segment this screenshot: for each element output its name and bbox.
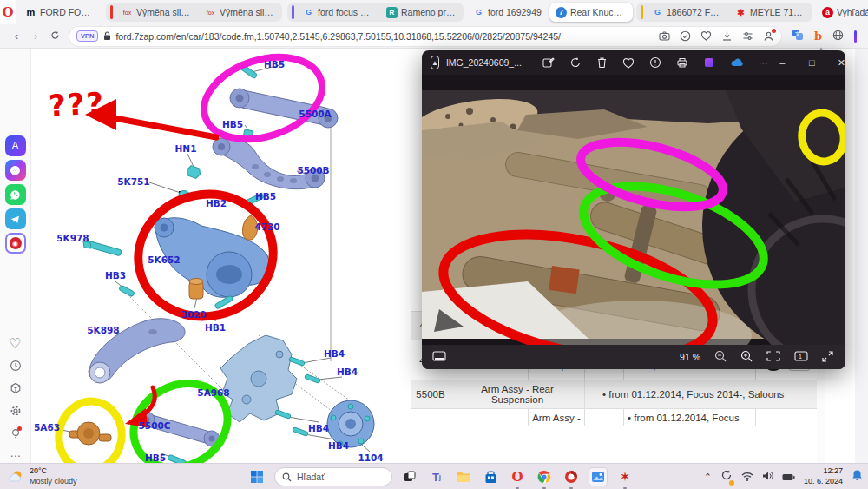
volume-icon[interactable]: [762, 469, 773, 485]
opera-menu-button[interactable]: O: [0, 0, 16, 24]
edit-image-icon[interactable]: [542, 56, 555, 69]
part-label-5k751[interactable]: 5K751: [117, 176, 149, 187]
table-row[interactable]: Arm Assy - • from 01.12.2014, Focus: [411, 409, 817, 426]
opera-taskbar-icon[interactable]: O: [508, 467, 527, 486]
browser-tab[interactable]: aVyhľadávanie: [816, 3, 868, 22]
part-label-4730[interactable]: 4730: [254, 221, 279, 232]
photo-editor-star-icon[interactable]: ✶: [615, 467, 635, 486]
history-icon[interactable]: [10, 359, 22, 373]
fit-to-window-icon[interactable]: [766, 351, 780, 363]
reader-check-icon[interactable]: [680, 30, 691, 42]
part-label-hb5[interactable]: HB5: [145, 453, 166, 463]
red-browser-icon[interactable]: [562, 467, 581, 486]
tab-group-indicator[interactable]: [292, 5, 294, 19]
part-label-5500a[interactable]: 5500A: [299, 109, 331, 119]
vpn-badge[interactable]: VPN: [76, 30, 98, 42]
aria-ai-icon[interactable]: A: [5, 135, 26, 156]
part-label-hb2[interactable]: HB2: [206, 198, 227, 208]
taskbar-clock[interactable]: 12:27 10. 6. 2024: [804, 466, 843, 486]
microsoft-store-icon[interactable]: [481, 467, 500, 486]
part-label-5500b[interactable]: 5500B: [297, 165, 329, 175]
part-label-5k652[interactable]: 5K652: [148, 254, 180, 265]
whatsapp-icon[interactable]: [5, 184, 26, 205]
zoom-out-icon[interactable]: [714, 350, 727, 364]
chrome-taskbar-icon[interactable]: [535, 467, 554, 486]
pinboard-bulb-icon[interactable]: [10, 426, 22, 440]
part-label-5k898[interactable]: 5K898: [87, 325, 119, 335]
back-button[interactable]: ‹: [7, 30, 26, 43]
filmstrip-toggle-icon[interactable]: [432, 351, 446, 363]
browser-tab[interactable]: foxVýměna silent: [115, 3, 199, 22]
battery-icon[interactable]: [782, 469, 795, 485]
settings-sliders-icon[interactable]: [742, 30, 753, 42]
tab-group-indicator[interactable]: [641, 5, 643, 19]
part-label-hb4[interactable]: HB4: [337, 367, 358, 377]
globe-extension-icon[interactable]: [832, 29, 844, 44]
forward-button[interactable]: ›: [26, 30, 45, 43]
info-icon[interactable]: [649, 56, 661, 69]
part-label-5k978[interactable]: 5K978: [56, 233, 89, 243]
browser-tab[interactable]: G1866072 FORD: [646, 3, 729, 22]
part-label-5500c[interactable]: 5500C: [139, 420, 171, 431]
teams-icon[interactable]: Tj: [427, 467, 446, 486]
browser-tab[interactable]: Gford 1692949: [467, 3, 548, 22]
tab-group-purple[interactable]: Gford focus 201RRameno pre F: [287, 3, 464, 22]
snapshot-camera-icon[interactable]: [659, 30, 670, 42]
part-label-hb5[interactable]: HB5: [222, 119, 243, 129]
start-button[interactable]: [247, 467, 266, 486]
part-label-5a968[interactable]: 5A968: [197, 387, 229, 398]
browser-tab[interactable]: Gford focus 201: [297, 3, 380, 22]
part-label-hb3[interactable]: HB3: [105, 270, 126, 281]
weather-widget[interactable]: 20°C Mostly cloudy: [0, 466, 174, 486]
onedrive-cloud-icon[interactable]: [730, 57, 744, 68]
part-label-hb4[interactable]: HB4: [308, 423, 329, 433]
bookmarks-heart-icon[interactable]: ♡: [9, 336, 21, 350]
favorite-heart-icon[interactable]: [622, 57, 635, 69]
zoom-in-icon[interactable]: [740, 350, 753, 364]
table-row[interactable]: 5500B Arm Assy - Rear Suspension • from …: [411, 380, 817, 409]
print-icon[interactable]: [676, 56, 688, 69]
bookmark-heart-icon[interactable]: [700, 30, 712, 42]
browser-tab[interactable]: ✱MEYLE 716 05: [729, 3, 812, 22]
part-label-3020[interactable]: 3020: [181, 309, 206, 320]
translate-extension-icon[interactable]: 文: [792, 29, 804, 44]
sidebar-more-icon[interactable]: ⋯: [10, 449, 21, 463]
update-sync-icon[interactable]: [720, 469, 733, 485]
tab-group-indicator[interactable]: [110, 5, 113, 19]
extensions-cube-icon[interactable]: [10, 381, 22, 395]
tab-group-red[interactable]: foxVýměna silentfoxVýměna silent: [106, 3, 282, 22]
tab-group-yellow[interactable]: G1866072 FORD✱MEYLE 716 05: [636, 3, 812, 22]
part-label-hb5[interactable]: HB5: [255, 191, 276, 202]
actual-size-icon[interactable]: 1: [794, 351, 808, 363]
wifi-icon[interactable]: [741, 469, 753, 485]
download-icon[interactable]: [721, 30, 733, 42]
reload-button[interactable]: [45, 30, 64, 43]
part-label-5a63[interactable]: 5A63: [34, 422, 60, 433]
address-bar[interactable]: VPN ford.7zap.com/en/car/183/code.fm,1.5…: [69, 27, 781, 46]
photos-minimize-button[interactable]: –: [767, 57, 797, 69]
task-view-button[interactable]: [400, 467, 419, 486]
browser-tab[interactable]: 7Rear Knuckle And Susp: [549, 3, 633, 22]
delete-icon[interactable]: [596, 56, 608, 69]
browser-tab[interactable]: mFORD FOCUS: [19, 3, 102, 22]
profile-icon[interactable]: [763, 30, 774, 42]
sidebar-red-app-icon[interactable]: ◉: [5, 233, 26, 254]
part-label-hb5[interactable]: HB5: [264, 59, 285, 69]
photos-title-bar[interactable]: ▲ IMG_20240609_... ⋯ – □ ✕: [422, 50, 845, 75]
gallery-icon[interactable]: [703, 56, 715, 69]
rotate-icon[interactable]: [569, 56, 582, 69]
part-label-1104[interactable]: 1104: [358, 453, 383, 463]
browser-tab[interactable]: RRameno pre F: [380, 3, 464, 22]
settings-gear-icon[interactable]: [10, 404, 22, 418]
photos-close-button[interactable]: ✕: [826, 57, 845, 69]
tray-chevron-icon[interactable]: ⌃: [704, 472, 712, 483]
taskbar-search-input[interactable]: Hľadať: [274, 467, 392, 486]
sidebar-toggle-bar[interactable]: [854, 30, 857, 43]
more-options-icon[interactable]: ⋯: [759, 57, 768, 68]
part-label-hn1[interactable]: HN1: [175, 143, 197, 154]
part-label-hb4[interactable]: HB4: [324, 348, 345, 359]
file-explorer-icon[interactable]: [454, 467, 473, 486]
browser-tab[interactable]: foxVýměna silent: [199, 3, 282, 22]
notification-bell-icon[interactable]: [852, 469, 863, 485]
part-label-hb1[interactable]: HB1: [205, 322, 226, 333]
